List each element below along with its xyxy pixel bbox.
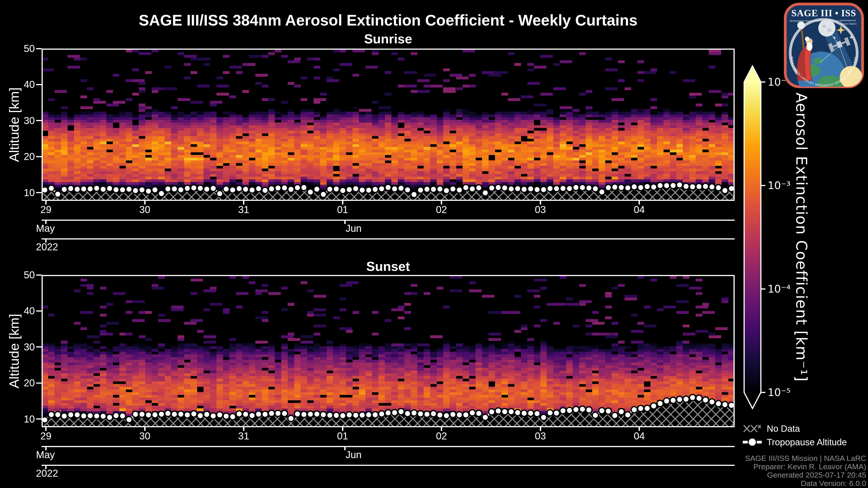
y-tick-label: 30 <box>8 115 35 126</box>
x-day-tick-label: 04 <box>634 430 645 442</box>
y-tick-mark <box>36 311 41 312</box>
attribution-data-version: Data Version: 6.0.0 <box>801 479 866 488</box>
no-data-hatch-icon <box>743 423 761 434</box>
month-separator-line <box>41 446 735 447</box>
colorbar-tick-label: 10⁻⁴ <box>768 283 790 295</box>
year-separator-line <box>41 465 735 466</box>
logo-subtitle-right-1: International <box>841 19 856 22</box>
panel-title-sunrise: Sunrise <box>364 31 412 46</box>
month-separator-line <box>41 220 735 221</box>
y-tick-mark <box>36 383 41 384</box>
x-day-tick-label: 03 <box>535 204 546 215</box>
y-tick-mark <box>36 192 41 193</box>
y-tick-mark <box>36 120 41 121</box>
colorbar-ticks <box>761 82 765 393</box>
x-day-tick-label: 29 <box>40 204 52 215</box>
y-tick-label: 40 <box>8 305 35 317</box>
colorbar-tick-label: 10⁻³ <box>768 180 790 192</box>
attribution-preparer: Preparer: Kevin R. Leavor (AMA) <box>753 462 866 471</box>
logo-title: SAGE III • ISS <box>792 8 856 18</box>
x-day-tick-label: 31 <box>238 430 249 442</box>
y-tick-label: 50 <box>8 269 35 281</box>
year-label: 2022 <box>36 241 58 253</box>
legend-label-tropopause: Tropopause Altitude <box>767 437 847 447</box>
attribution-mission: SAGE III/ISS Mission | NASA LaRC <box>745 454 866 463</box>
x-day-tick-label: 29 <box>40 430 52 442</box>
x-day-tick-label: 02 <box>436 204 447 215</box>
y-tick-label: 30 <box>8 341 35 353</box>
y-tick-label: 20 <box>8 377 35 389</box>
x-day-tick-label: 31 <box>238 204 249 215</box>
year-separator-line <box>41 238 735 239</box>
y-tick-label: 40 <box>8 79 35 90</box>
month-label: May <box>36 223 55 234</box>
y-tick-mark <box>36 346 41 348</box>
figure: SAGE III/ISS 384nm Aerosol Extinction Co… <box>0 0 868 488</box>
sunrise-heatmap-canvas <box>41 48 735 201</box>
y-tick-mark <box>36 418 41 420</box>
month-label: Jun <box>346 223 362 234</box>
y-tick-label: 50 <box>8 43 35 54</box>
y-tick-label: 20 <box>8 151 35 162</box>
y-tick-mark <box>36 48 41 49</box>
page-title: SAGE III/ISS 384nm Aerosol Extinction Co… <box>139 11 638 29</box>
panel-title-sunset: Sunset <box>366 259 410 274</box>
sunset-heatmap-canvas <box>41 275 735 427</box>
y-tick-mark <box>36 156 41 157</box>
colorbar-gradient-arrow <box>744 66 761 409</box>
x-day-tick-label: 03 <box>535 430 546 442</box>
sage-iss-logo: SAGE III • ISS Stratospheric Aerosol and… <box>784 3 864 88</box>
month-label: Jun <box>346 449 362 460</box>
x-day-tick-label: 01 <box>337 430 348 442</box>
y-tick-mark <box>36 274 41 275</box>
colorbar-tick-label: 10⁻⁵ <box>768 386 790 398</box>
x-day-tick-label: 01 <box>337 204 348 215</box>
month-label: May <box>36 449 55 460</box>
colorbar-axis-label: Aerosol Extinction Coefficient [km⁻¹] <box>793 93 810 382</box>
x-day-tick-label: 02 <box>436 430 447 442</box>
logo-subtitle-right-2: Space Station <box>840 22 857 25</box>
tropopause-line-icon <box>743 437 762 447</box>
legend-label-no-data: No Data <box>767 424 800 434</box>
y-tick-label: 10 <box>8 414 35 425</box>
attribution-generated: Generated 2025-07-17 20:45 <box>767 470 866 480</box>
x-day-tick-label: 04 <box>634 204 645 215</box>
x-day-tick-label: 30 <box>139 430 150 442</box>
y-tick-label: 10 <box>8 187 35 198</box>
x-day-tick-label: 30 <box>139 204 150 215</box>
logo-subtitle-left: Stratospheric Aerosol and Gas Experiment… <box>789 20 842 22</box>
year-label: 2022 <box>36 468 58 479</box>
colorbar <box>741 63 780 416</box>
y-tick-mark <box>36 84 41 85</box>
